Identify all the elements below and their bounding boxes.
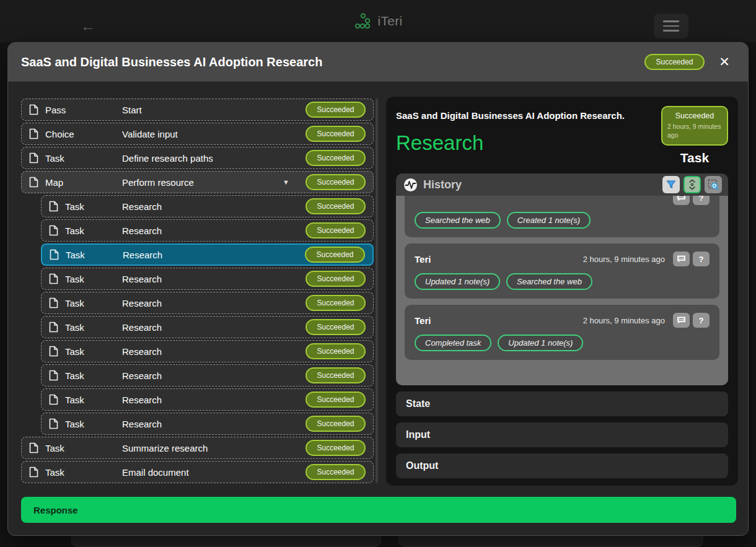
help-button[interactable]: ?	[693, 196, 710, 205]
detail-status-time: 2 hours, 9 minutes ago	[667, 122, 722, 139]
step-status-badge: Succeeded	[305, 416, 366, 432]
step-name: Research	[122, 274, 305, 284]
step-row[interactable]: Map Perform resource ▼ Succeeded	[21, 171, 374, 193]
step-row[interactable]: Pass Start ▼ Succeeded	[21, 98, 374, 121]
document-icon	[49, 273, 59, 284]
step-row[interactable]: Task Define research paths ▼ Succeeded	[21, 147, 374, 169]
step-status-badge: Succeeded	[305, 222, 366, 238]
step-type: Pass	[45, 105, 122, 115]
step-row[interactable]: Task Research ▼ Succeeded	[41, 243, 374, 266]
step-row[interactable]: Task Email document ▼ Succeeded	[21, 461, 374, 483]
step-name: Perform resource	[122, 177, 283, 188]
output-section-toggle[interactable]: Output	[396, 453, 728, 478]
step-name: Research	[123, 250, 305, 260]
app-logo: iTeri	[0, 0, 756, 42]
document-icon	[49, 225, 59, 236]
filter-button[interactable]	[662, 176, 680, 193]
step-row[interactable]: Task Research ▼ Succeeded	[41, 413, 374, 435]
document-icon	[29, 177, 39, 188]
help-button[interactable]: ?	[693, 252, 710, 266]
document-icon	[49, 297, 59, 309]
step-row[interactable]: Task Research ▼ Succeeded	[41, 364, 374, 387]
zoom-selection-button[interactable]	[705, 176, 722, 193]
document-icon	[29, 104, 39, 115]
step-type: Task	[65, 322, 122, 333]
expand-icon	[688, 179, 697, 190]
history-entry: ? Searched the webCreated 1 note(s)	[405, 196, 719, 237]
step-type: Task	[65, 346, 122, 357]
step-type: Task	[65, 370, 122, 381]
step-row[interactable]: Task Research ▼ Succeeded	[41, 292, 374, 314]
document-icon	[49, 346, 59, 357]
history-entry: Teri 2 hours, 9 minutes ago ?	[405, 305, 719, 360]
state-section-label: State	[406, 398, 430, 409]
step-row[interactable]: Choice Validate input ▼ Succeeded	[21, 123, 374, 145]
action-chip: Updated 1 note(s)	[415, 273, 500, 290]
step-status-badge: Succeeded	[305, 367, 366, 383]
help-button[interactable]: ?	[693, 313, 710, 328]
expand-collapse-button[interactable]	[683, 176, 701, 193]
step-type: Choice	[45, 129, 122, 139]
step-status-badge: Succeeded	[305, 174, 366, 190]
step-status-badge: Succeeded	[305, 126, 366, 142]
step-name: Start	[122, 105, 305, 115]
filter-icon	[666, 180, 676, 190]
step-status-badge: Succeeded	[305, 247, 365, 263]
step-type: Map	[45, 177, 122, 188]
step-row[interactable]: Task Research ▼ Succeeded	[41, 195, 374, 217]
document-icon	[49, 322, 59, 333]
step-type: Task	[65, 395, 122, 405]
workflow-detail-modal: SaaS and Digital Businesses AI Adoption …	[7, 42, 749, 536]
entry-chips: Searched the webCreated 1 note(s)	[415, 212, 710, 229]
step-row[interactable]: Task Summarize research ▼ Succeeded	[21, 437, 374, 459]
menu-button[interactable]	[654, 14, 688, 38]
step-name: Research	[122, 201, 305, 212]
comment-button[interactable]	[673, 313, 690, 328]
response-toggle[interactable]: Response	[21, 497, 736, 523]
comment-button[interactable]	[673, 196, 690, 205]
step-row[interactable]: Task Research ▼ Succeeded	[41, 316, 374, 338]
comment-icon	[677, 255, 686, 263]
step-type: Task	[65, 225, 122, 236]
detail-panel: SaaS and Digital Businesses AI Adoption …	[386, 97, 738, 486]
entry-author: Teri	[415, 315, 583, 326]
step-row[interactable]: Task Research ▼ Succeeded	[41, 219, 374, 242]
step-type: Task	[66, 250, 123, 260]
input-section-toggle[interactable]: Input	[396, 422, 728, 447]
back-button[interactable]: ←	[78, 16, 98, 36]
step-type: Task	[45, 153, 122, 164]
chevron-down-icon[interactable]: ▼	[283, 178, 289, 186]
modal-header: SaaS and Digital Businesses AI Adoption …	[8, 43, 748, 82]
menu-icon	[663, 20, 679, 22]
step-row[interactable]: Task Research ▼ Succeeded	[41, 340, 374, 362]
modal-title: SaaS and Digital Businesses AI Adoption …	[21, 55, 644, 69]
zoom-selection-icon	[708, 179, 719, 190]
history-section: History	[396, 173, 728, 385]
step-list-scrollbar[interactable]	[376, 98, 378, 483]
history-header: History	[396, 173, 728, 196]
step-name: Research	[122, 370, 305, 381]
history-scroll-area[interactable]: ? Searched the webCreated 1 note(s) Teri…	[396, 196, 728, 385]
step-name: Validate input	[122, 129, 305, 139]
entry-author: Teri	[415, 254, 583, 265]
entry-time: 2 hours, 9 minutes ago	[583, 316, 665, 325]
input-section-label: Input	[406, 429, 430, 440]
step-name: Research	[122, 225, 305, 236]
close-icon[interactable]: ✕	[714, 52, 734, 72]
document-icon	[29, 466, 39, 478]
step-name: Email document	[122, 467, 305, 478]
action-chip: Completed task	[415, 335, 491, 351]
step-row[interactable]: Task Research ▼ Succeeded	[41, 388, 374, 411]
detail-status-badge: Succeeded 2 hours, 9 minutes ago	[661, 106, 728, 146]
comment-button[interactable]	[673, 252, 690, 266]
state-section-toggle[interactable]: State	[396, 392, 728, 416]
step-name: Research	[122, 419, 305, 429]
step-row[interactable]: Task Research ▼ Succeeded	[41, 268, 374, 290]
step-status-badge: Succeeded	[305, 295, 366, 311]
comment-icon	[677, 316, 686, 325]
detail-task-name: Research	[396, 131, 661, 155]
step-status-badge: Succeeded	[305, 150, 366, 166]
step-status-badge: Succeeded	[305, 102, 366, 118]
step-type: Task	[45, 467, 122, 478]
history-title: History	[423, 178, 659, 191]
